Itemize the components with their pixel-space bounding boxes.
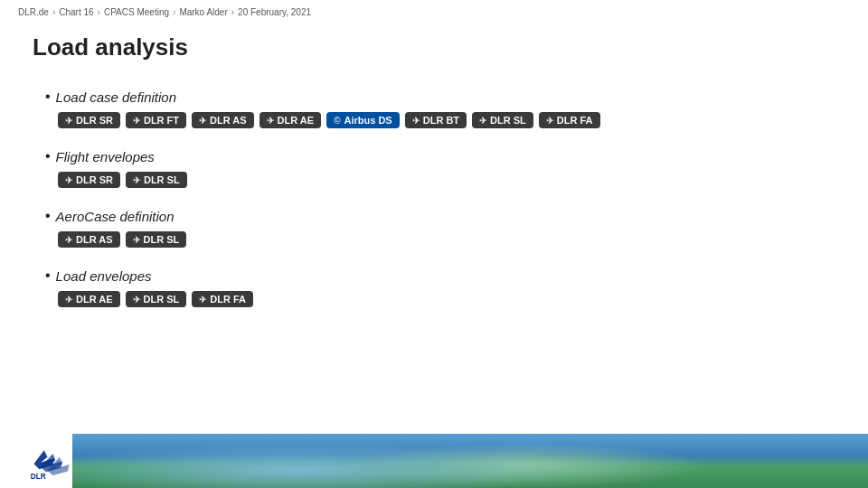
badge-dlr-ae-2: ✈ DLR AE bbox=[58, 291, 120, 307]
badge-dlr-fa-1: ✈ DLR FA bbox=[539, 112, 600, 128]
badge-dlr-sr-1: ✈ DLR SR bbox=[58, 112, 120, 128]
badge-dlr-as-2: ✈ DLR AS bbox=[58, 231, 120, 248]
badge-dlr-sr-2: ✈ DLR SR bbox=[58, 172, 120, 188]
badge-dlr-ae-1: ✈ DLR AE bbox=[259, 112, 322, 128]
badge-dlr-sl-3: ✈ DLR SL bbox=[126, 231, 187, 248]
breadcrumb-sep-2: › bbox=[98, 7, 100, 17]
dlr-logo-container: DLR bbox=[18, 429, 90, 488]
breadcrumb-sep-4: › bbox=[231, 7, 234, 17]
svg-text:DLR: DLR bbox=[31, 473, 46, 481]
badge-dlr-as-1: ✈ DLR AS bbox=[192, 112, 254, 128]
section-label-flight-envelopes: Flight envelopes bbox=[45, 148, 823, 164]
section-label-load-envelopes: Load envelopes bbox=[45, 267, 823, 284]
badge-dlr-sl-2: ✈ DLR SL bbox=[126, 172, 187, 188]
breadcrumb-sep-1: › bbox=[52, 7, 55, 17]
badge-dlr-sl-1: ✈ DLR SL bbox=[472, 112, 533, 128]
section-load-case-definition: Load case definition ✈ DLR SR ✈ DLR FT ✈… bbox=[45, 89, 823, 128]
section-flight-envelopes: Flight envelopes ✈ DLR SR ✈ DLR SL bbox=[45, 148, 823, 188]
badges-flight-envelopes: ✈ DLR SR ✈ DLR SL bbox=[45, 172, 823, 188]
badges-aerocase-definition: ✈ DLR AS ✈ DLR SL bbox=[45, 231, 823, 248]
page-title: Load analysis bbox=[0, 24, 868, 80]
badge-dlr-sl-4: ✈ DLR SL bbox=[126, 291, 187, 307]
section-label-aerocase-definition: AeroCase definition bbox=[45, 208, 823, 224]
dlr-logo: DLR bbox=[27, 434, 81, 483]
badges-load-case-definition: ✈ DLR SR ✈ DLR FT ✈ DLR AS ✈ DLR AE © Ai… bbox=[45, 112, 823, 128]
breadcrumb-item-3: CPACS Meeting bbox=[104, 7, 169, 17]
section-aerocase-definition: AeroCase definition ✈ DLR AS ✈ DLR SL bbox=[45, 208, 823, 248]
breadcrumb-item-1: DLR.de bbox=[18, 7, 49, 17]
footer-background-image bbox=[72, 434, 868, 488]
badges-load-envelopes: ✈ DLR AE ✈ DLR SL ✈ DLR FA bbox=[45, 291, 823, 307]
badge-dlr-fa-2: ✈ DLR FA bbox=[192, 291, 253, 307]
footer: DLR bbox=[0, 425, 868, 488]
breadcrumb-item-4: Marko Alder bbox=[179, 7, 227, 17]
badge-dlr-bt: ✈ DLR BT bbox=[405, 112, 467, 128]
breadcrumb-item-5: 20 February, 2021 bbox=[238, 7, 311, 17]
breadcrumb-item-2: Chart 16 bbox=[59, 7, 93, 17]
badge-dlr-ft: ✈ DLR FT bbox=[126, 112, 186, 128]
badge-airbus-ds: © Airbus DS bbox=[326, 112, 400, 128]
section-label-load-case-definition: Load case definition bbox=[45, 89, 823, 105]
main-content: Load case definition ✈ DLR SR ✈ DLR FT ✈… bbox=[0, 80, 868, 336]
breadcrumb: DLR.de › Chart 16 › CPACS Meeting › Mark… bbox=[0, 0, 868, 24]
section-load-envelopes: Load envelopes ✈ DLR AE ✈ DLR SL ✈ DLR F… bbox=[45, 267, 823, 307]
breadcrumb-sep-3: › bbox=[173, 7, 175, 17]
